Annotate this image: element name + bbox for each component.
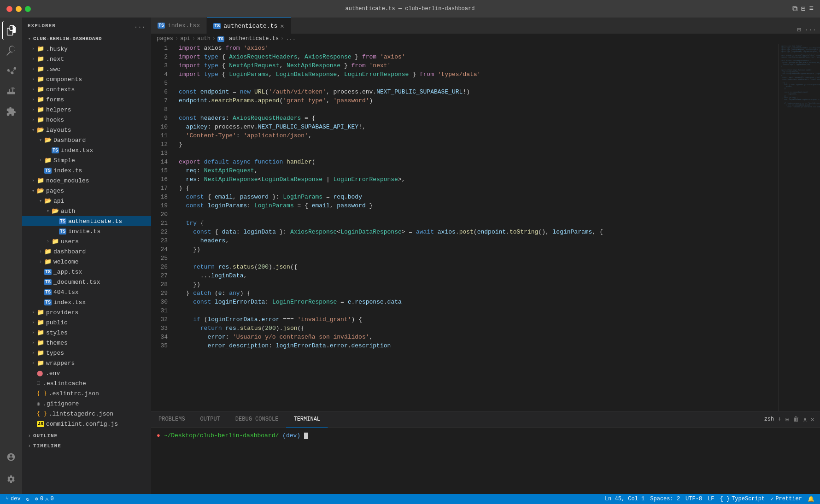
code-line-11: 'Content-Type': 'application/json', (179, 131, 779, 140)
panel-tab-debug-console[interactable]: DEBUG CONSOLE (228, 411, 287, 428)
tree-item-node-modules[interactable]: › 📁 node_modules (22, 176, 151, 186)
tree-item-api[interactable]: ▾ 📂 api (22, 196, 151, 206)
run-activity-icon[interactable] (2, 82, 20, 100)
tree-item-app-tsx[interactable]: TS _app.tsx (22, 267, 151, 277)
panel-content[interactable]: ● ~/Desktop/club-berlin-dashboard/ (dev) (151, 428, 820, 494)
tree-item-gitignore[interactable]: ◉ .gitignore (22, 399, 151, 409)
layout-icon[interactable]: ⧉ (792, 5, 797, 13)
tree-item-dashboard-folder[interactable]: ▾ 📂 Dashboard (22, 135, 151, 145)
timeline-section[interactable]: › TIMELINE (22, 441, 151, 451)
tree-item-helpers[interactable]: › 📁 helpers (22, 105, 151, 115)
panel-actions: zsh + ⊟ 🗑 ∧ ✕ (764, 416, 820, 423)
tree-item-users[interactable]: › 📁 users (22, 236, 151, 246)
tree-item-welcome[interactable]: › 📁 welcome (22, 257, 151, 267)
tree-item-providers[interactable]: › 📁 providers (22, 307, 151, 317)
tab-index-tsx[interactable]: TS index.tsx (151, 18, 207, 34)
tree-item-public[interactable]: › 📁 public (22, 317, 151, 328)
panel-tab-problems[interactable]: PROBLEMS (151, 411, 193, 428)
explorer-activity-icon[interactable] (2, 21, 20, 40)
panel-split-terminal[interactable]: ⊟ (785, 416, 789, 423)
code-area[interactable]: import axios from 'axios' import type { … (173, 44, 779, 411)
tree-item-commitlint-config[interactable]: JS commitlint.config.js (22, 419, 151, 429)
js-file-icon: JS (37, 421, 44, 427)
tree-item-contexts[interactable]: › 📁 contexts (22, 84, 151, 94)
tab-close-button[interactable]: ✕ (280, 22, 284, 30)
breadcrumb-pages[interactable]: pages (157, 35, 173, 42)
folder-icon: 📁 (37, 76, 44, 83)
tree-item-eslintrc-json[interactable]: { } .eslintrc.json (22, 388, 151, 399)
status-branch[interactable]: ⑂ dev (6, 496, 21, 502)
close-button[interactable] (6, 6, 12, 12)
status-language[interactable]: { } TypeScript (720, 496, 765, 502)
minimize-button[interactable] (16, 6, 22, 12)
settings-activity-icon[interactable] (2, 470, 20, 488)
panel-maximize[interactable]: ∧ (803, 416, 807, 423)
tab-authenticate-ts[interactable]: TS authenticate.ts ✕ (207, 18, 291, 34)
error-icon: ⊗ (35, 496, 38, 503)
tree-item-wrappers[interactable]: › 📁 wrappers (22, 358, 151, 368)
root-folder[interactable]: ▾ CLUB-BERLIN-DASHBOARD (22, 34, 151, 44)
breadcrumb-api[interactable]: api (180, 35, 190, 42)
tree-item-simple[interactable]: › 📁 Simple (22, 155, 151, 165)
tree-item-components[interactable]: › 📁 components (22, 74, 151, 84)
breadcrumb-file[interactable]: TS authenticate.ts (217, 35, 279, 42)
tree-item-pages[interactable]: ▾ 📂 pages (22, 186, 151, 196)
status-eol[interactable]: LF (708, 496, 714, 502)
tree-item-env[interactable]: ⬤ .env (22, 368, 151, 378)
tree-item-eslintcache[interactable]: □ .eslintcache (22, 378, 151, 388)
split-icon[interactable]: ⊟ (801, 4, 806, 13)
tree-item-dashboard[interactable]: › 📁 dashboard (22, 246, 151, 257)
status-notifications[interactable]: 🔔 (808, 496, 814, 503)
account-activity-icon[interactable] (2, 448, 20, 466)
menu-icon[interactable]: ≡ (809, 5, 814, 13)
panel-add-terminal[interactable]: + (778, 416, 781, 423)
tree-item-husky[interactable]: › 📁 .husky (22, 44, 151, 54)
split-editor-icon[interactable]: ⊟ (797, 26, 801, 34)
tree-item-document-tsx[interactable]: TS _document.tsx (22, 277, 151, 287)
editor-more-options[interactable]: ··· (805, 26, 816, 34)
ts-file-icon: TS (44, 279, 52, 285)
status-spaces[interactable]: Spaces: 2 (650, 496, 680, 502)
tree-item-authenticate-ts[interactable]: TS authenticate.ts (22, 216, 151, 226)
ts-tab-icon2: TS (213, 23, 221, 29)
folder-icon: 📁 (37, 55, 44, 63)
tree-item-invite-ts[interactable]: TS invite.ts (22, 226, 151, 236)
tree-item-themes[interactable]: › 📁 themes (22, 338, 151, 348)
tree-item-layouts[interactable]: ▾ 📂 layouts (22, 125, 151, 135)
tree-item-types[interactable]: › 📁 types (22, 348, 151, 358)
editor-content[interactable]: 1 2 3 4 5 6 7 8 9 10 11 12 13 14 (151, 44, 779, 411)
breadcrumb-auth[interactable]: auth (197, 35, 211, 42)
panel-close-terminal[interactable]: ✕ (811, 416, 814, 423)
extensions-activity-icon[interactable] (2, 102, 20, 121)
status-encoding[interactable]: UTF-8 (685, 496, 702, 502)
tree-item-index-tsx[interactable]: TS index.tsx (22, 297, 151, 307)
tree-item-layouts-index-tsx[interactable]: TS index.tsx (22, 145, 151, 155)
tree-item-layouts-index-ts[interactable]: TS index.ts (22, 165, 151, 176)
panel-tab-output[interactable]: OUTPUT (193, 411, 228, 428)
status-errors[interactable]: ⊗ 0 △ 0 (35, 496, 54, 503)
maximize-button[interactable] (25, 6, 31, 12)
tree-item-hooks[interactable]: › 📁 hooks (22, 115, 151, 125)
tree-item-404-tsx[interactable]: TS 404.tsx (22, 287, 151, 297)
status-sync[interactable]: ↻ (26, 496, 29, 503)
ts-file-icon: TS (44, 299, 52, 305)
code-line-9: const headers: AxiosRequestHeaders = { (179, 114, 779, 123)
tree-item-auth[interactable]: ▾ 📂 auth (22, 206, 151, 216)
tree-item-lintstagedrc-json[interactable]: { } .lintstagedrc.json (22, 409, 151, 419)
tree-item-swc[interactable]: › 📁 .swc (22, 64, 151, 74)
spaces-label: Spaces: 2 (650, 496, 680, 502)
outline-section[interactable]: › OUTLINE (22, 431, 151, 441)
folder-open-icon: 📂 (44, 136, 52, 144)
search-activity-icon[interactable] (2, 41, 20, 60)
source-control-activity-icon[interactable] (2, 62, 20, 80)
tree-item-styles[interactable]: › 📁 styles (22, 328, 151, 338)
status-position[interactable]: Ln 45, Col 1 (605, 496, 644, 502)
window-title: authenticate.ts — club-berlin-dashboard (346, 6, 475, 12)
tree-item-forms[interactable]: › 📁 forms (22, 94, 151, 105)
sidebar-more-options[interactable]: ... (134, 22, 146, 29)
panel-trash[interactable]: 🗑 (793, 416, 799, 423)
sync-icon: ↻ (26, 496, 29, 503)
status-prettier[interactable]: ✓ Prettier (770, 496, 802, 503)
panel-tab-terminal[interactable]: TERMINAL (286, 411, 328, 428)
tree-item-next[interactable]: › 📁 .next (22, 54, 151, 64)
